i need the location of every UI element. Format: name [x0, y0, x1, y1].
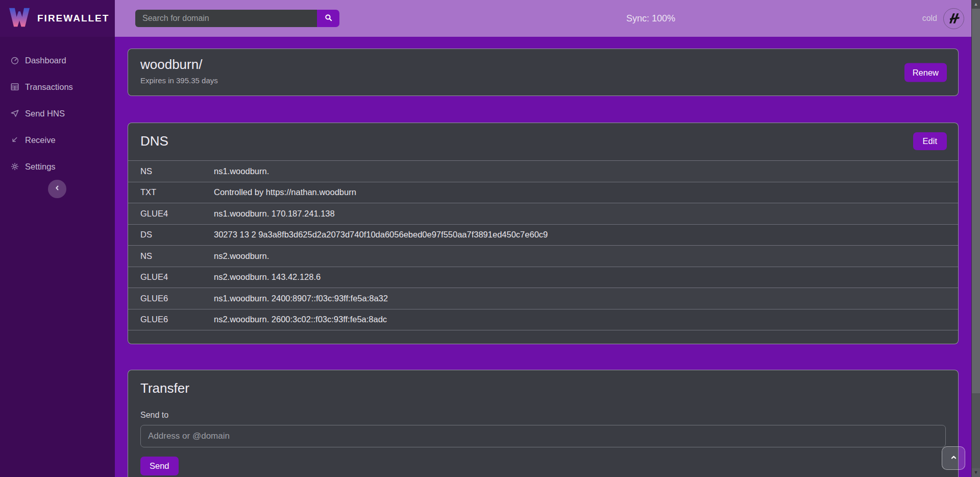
sidebar-collapse-button[interactable] — [48, 180, 66, 198]
scroll-to-top-button[interactable] — [942, 446, 965, 470]
dns-record-value: Controlled by https://nathan.woodburn — [214, 187, 356, 197]
dns-record-type: GLUE6 — [140, 315, 214, 324]
domain-card: woodburn/ Expires in 395.35 days Renew — [128, 49, 959, 96]
dns-record-value: 30273 13 2 9a3a8fb3d625d2a2073d740f10da6… — [214, 230, 548, 240]
dns-record-row: DS 30273 13 2 9a3a8fb3d625d2a2073d740f10… — [128, 224, 958, 246]
dns-record-type: NS — [140, 251, 214, 261]
dns-record-row: NS ns1.woodburn. — [128, 160, 958, 182]
sidebar-item-transactions[interactable]: Transactions — [0, 74, 115, 100]
dns-record-row: NS ns2.woodburn. — [128, 245, 958, 267]
settings-gear-icon — [10, 162, 19, 171]
send-to-label: Send to — [140, 411, 946, 420]
scrollbar-thumb[interactable] — [972, 9, 980, 393]
dns-card: DNS Edit NS ns1.woodburn. TXT Controlled… — [128, 123, 959, 344]
dns-record-value: ns1.woodburn. 2400:8907::f03c:93ff:fe5a:… — [214, 294, 388, 303]
sidebar-header: FIREWALLET — [0, 0, 115, 37]
sidebar-item-label: Transactions — [25, 82, 73, 92]
domain-expiry: Expires in 395.35 days — [140, 76, 946, 85]
edit-dns-button[interactable]: Edit — [913, 132, 947, 150]
sidebar-nav: Dashboard Transactions Send HNS — [0, 37, 115, 180]
domain-title: woodburn/ — [140, 57, 946, 73]
dns-record-type: DS — [140, 230, 214, 240]
dns-record-row: GLUE6 ns2.woodburn. 2600:3c02::f03c:93ff… — [128, 309, 958, 330]
dns-record-value: ns2.woodburn. — [214, 251, 269, 261]
dns-record-row: GLUE4 ns2.woodburn. 143.42.128.6 — [128, 267, 958, 288]
sync-status: Sync: 100% — [626, 13, 675, 24]
sidebar-item-label: Send HNS — [25, 109, 65, 118]
topbar: Sync: 100% cold — [115, 0, 971, 37]
receive-arrow-icon — [10, 135, 19, 145]
scrollbar-down-arrow-icon[interactable]: ▼ — [972, 468, 980, 477]
domain-search-input[interactable] — [135, 10, 317, 27]
transactions-table-icon — [10, 82, 19, 91]
dns-record-value: ns1.woodburn. — [214, 166, 269, 176]
dashboard-gauge-icon — [10, 56, 19, 65]
dns-card-title: DNS — [140, 133, 946, 149]
dns-record-value: ns2.woodburn. 2600:3c02::f03c:93ff:fe5a:… — [214, 315, 387, 324]
firewallet-logo-icon — [8, 7, 31, 30]
dns-record-type: TXT — [140, 187, 214, 197]
search-button[interactable] — [317, 10, 339, 27]
transfer-card: Transfer Send to Send — [128, 370, 959, 477]
send-transfer-button[interactable]: Send — [140, 457, 179, 475]
main-content: woodburn/ Expires in 395.35 days Renew D… — [115, 37, 971, 477]
sidebar-item-receive[interactable]: Receive — [0, 127, 115, 153]
sidebar-item-label: Settings — [25, 162, 56, 172]
sidebar-item-label: Receive — [25, 135, 56, 145]
dns-record-type: GLUE4 — [140, 209, 214, 219]
dns-record-type: GLUE6 — [140, 294, 214, 303]
transfer-address-input[interactable] — [140, 425, 946, 447]
dns-record-value: ns2.woodburn. 143.42.128.6 — [214, 272, 321, 282]
dns-record-value: ns1.woodburn. 170.187.241.138 — [214, 209, 335, 219]
dns-records-table: NS ns1.woodburn. TXT Controlled by https… — [128, 160, 958, 330]
dns-record-type: GLUE4 — [140, 272, 214, 282]
scrollbar-up-arrow-icon[interactable]: ▲ — [972, 0, 980, 9]
sidebar-item-settings[interactable]: Settings — [0, 153, 115, 180]
scrollbar[interactable]: ▲ ▼ — [971, 0, 980, 477]
brand-name: FIREWALLET — [37, 13, 109, 24]
dns-record-row: TXT Controlled by https://nathan.woodbur… — [128, 182, 958, 203]
search-icon — [324, 13, 333, 23]
wallet-info: cold — [922, 8, 964, 29]
dns-record-type: NS — [140, 166, 214, 176]
sidebar: FIREWALLET Dashboard Transactions — [0, 0, 115, 477]
dns-record-row: GLUE6 ns1.woodburn. 2400:8907::f03c:93ff… — [128, 288, 958, 309]
chevron-left-icon — [53, 184, 61, 194]
dns-record-row: GLUE4 ns1.woodburn. 170.187.241.138 — [128, 203, 958, 224]
renew-button[interactable]: Renew — [904, 63, 947, 82]
sidebar-item-dashboard[interactable]: Dashboard — [0, 47, 115, 74]
sidebar-item-send-hns[interactable]: Send HNS — [0, 100, 115, 127]
send-plane-icon — [10, 109, 19, 118]
handshake-logo-icon[interactable] — [943, 8, 964, 29]
domain-search-group — [135, 10, 339, 27]
chevron-up-icon — [949, 453, 958, 464]
wallet-name: cold — [922, 14, 937, 23]
transfer-card-title: Transfer — [140, 380, 946, 396]
sidebar-item-label: Dashboard — [25, 56, 66, 65]
